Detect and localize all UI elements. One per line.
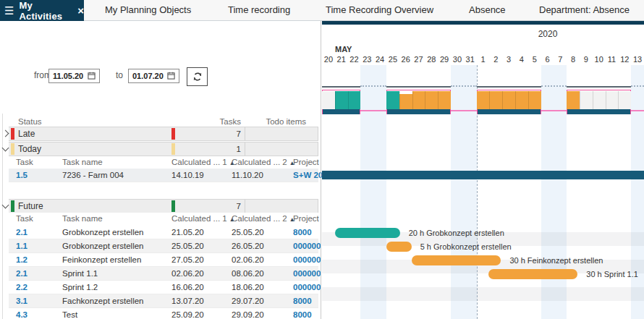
group-row-future[interactable]: Future7 [9, 199, 318, 213]
project-link[interactable]: 000000 [293, 255, 321, 264]
project-link[interactable]: 000000 [293, 269, 321, 278]
utilization-block[interactable] [477, 90, 541, 114]
expander-icon[interactable] [2, 130, 9, 137]
tab-my-activities[interactable]: ☰ My Activities × [0, 0, 84, 21]
table-row[interactable]: 1.2Feinkonzept erstellen27.05.2002.06.20… [9, 253, 318, 267]
task-number-link[interactable]: 3.1 [16, 297, 27, 305]
from-date-input[interactable] [48, 69, 100, 83]
task-name: 7236 - Farm 004 [62, 171, 124, 179]
task-number-link[interactable]: 1.2 [16, 255, 27, 264]
tab-my-planning-objects[interactable]: My Planning Objects [105, 0, 191, 21]
calculated-date-2: 02.06.20 [232, 255, 264, 264]
tab-time-recording-overview[interactable]: Time Recording Overview [326, 0, 433, 21]
to-label: to [116, 70, 123, 80]
utilization-day-fill [593, 91, 606, 109]
group-row-today[interactable]: Today1 [9, 142, 318, 156]
utilization-day-fill [322, 91, 335, 109]
refresh-icon [192, 71, 203, 82]
expander-icon[interactable] [2, 202, 9, 209]
weekend-column [541, 65, 567, 319]
gantt-row-stripe [322, 287, 644, 301]
task-number-link[interactable]: 2.1 [16, 228, 27, 237]
day-label: 22 [348, 55, 361, 64]
task-number-link[interactable]: 2.1 [16, 269, 27, 278]
cell-border [318, 200, 318, 213]
cell-border [318, 127, 318, 140]
project-link[interactable]: 8000 [293, 310, 312, 319]
gantt-task-bar[interactable] [412, 255, 501, 265]
utilization-block[interactable] [322, 90, 360, 114]
table-row[interactable]: 2.1Grobkonzept erstellen21.05.2025.05.20… [9, 226, 318, 239]
utilization-base-strip [478, 109, 541, 114]
task-number-link[interactable]: 2.2 [16, 283, 27, 292]
subheader-task-name: Task name [62, 214, 103, 223]
utilization-block[interactable] [567, 90, 631, 114]
expander-icon[interactable] [2, 145, 9, 152]
tab-time-recording[interactable]: Time recording [228, 0, 290, 21]
gantt-chart: 2020 MAY 2021222324252627282930311234567… [322, 0, 644, 319]
menu-icon[interactable]: ☰ [4, 4, 14, 17]
table-row[interactable]: 3.1Fachkonzept erstellen13.07.2029.07.20… [9, 294, 318, 308]
status-color-strip [11, 143, 14, 155]
utilization-day-fill [438, 91, 451, 109]
gantt-top-strip [322, 21, 644, 25]
utilization-day-fill [348, 91, 361, 109]
day-label: 1 [477, 55, 490, 64]
gantt-task-bar[interactable] [488, 269, 578, 279]
calculated-date-1: 25.05.20 [171, 242, 204, 250]
calculated-date-1: 27.05.20 [171, 255, 204, 264]
subheader-calculated-2[interactable]: Calculated ... 2▲ [232, 158, 295, 166]
task-number-link[interactable]: 1.5 [16, 171, 27, 179]
table-subheader-row: TaskTask nameCalculated ... 1▲Calculated… [9, 213, 318, 225]
gantt-bar-label: 5 h Grobkonzept erstellen [420, 242, 512, 251]
gantt-task-bar[interactable] [322, 171, 644, 179]
subheader-calculated-1[interactable]: Calculated ... 1▲ [171, 214, 235, 223]
table-row[interactable]: 4.3Test25.09.2029.09.208000 [9, 308, 318, 319]
panel-divider[interactable] [321, 21, 321, 319]
project-link[interactable]: 8000 [293, 228, 312, 237]
top-tab-bar: ☰ My Activities × My Planning ObjectsTim… [0, 0, 644, 21]
project-link[interactable]: 000000 [293, 283, 321, 292]
group-row-late[interactable]: Late7 [9, 127, 318, 141]
calculated-date-2: 11.10.20 [232, 171, 263, 179]
gantt-bar-label: 30 h Feinkonzept erstellen [509, 256, 603, 265]
day-label: 28 [425, 55, 438, 64]
day-label: 29 [438, 55, 451, 64]
gantt-task-bar[interactable] [386, 242, 412, 252]
day-label: 21 [335, 55, 348, 64]
tab-department-absence[interactable]: Department: Absence [539, 0, 630, 21]
utilization-base-strip [387, 109, 450, 114]
gantt-task-bar[interactable] [335, 228, 400, 238]
calculated-date-1: 14.10.19 [171, 171, 204, 179]
subheader-calculated-1[interactable]: Calculated ... 1▲ [171, 158, 235, 166]
table-row[interactable]: 1.1Grobkonzept erstellen25.05.2026.05.20… [9, 239, 318, 253]
tasks-color-strip [171, 128, 175, 140]
capacity-line [322, 86, 360, 88]
subheader-calculated-2[interactable]: Calculated ... 2▲ [232, 214, 295, 223]
my-activities-window: ☰ My Activities × My Planning ObjectsTim… [0, 0, 644, 319]
table-row[interactable]: 2.1Sprint 1.102.06.2008.06.20000000 [9, 267, 318, 281]
to-date-input[interactable] [128, 69, 179, 83]
utilization-day-fill [489, 91, 502, 109]
utilization-base-strip [567, 109, 630, 114]
calculated-date-1: 02.06.20 [171, 269, 204, 278]
table-row[interactable]: 1.57236 - Farm 00414.10.1911.10.20S+W 20… [9, 169, 318, 182]
table-row[interactable]: 2.2Sprint 1.216.06.2018.06.20000000 [9, 281, 318, 294]
utilization-block[interactable] [386, 90, 451, 114]
project-link[interactable]: 000000 [293, 242, 321, 250]
gantt-year-label: 2020 [526, 29, 569, 39]
subheader-project: Project [293, 214, 319, 223]
task-number-link[interactable]: 1.1 [16, 242, 27, 250]
capacity-dotted-line [360, 85, 386, 87]
cell-border [318, 143, 318, 156]
task-number-link[interactable]: 4.3 [16, 310, 27, 319]
utilization-day-fill [618, 91, 631, 109]
task-name: Sprint 1.1 [62, 269, 98, 278]
refresh-button[interactable] [187, 67, 208, 86]
day-label: 30 [451, 55, 464, 64]
cell-border [245, 127, 245, 140]
project-link[interactable]: 8000 [293, 297, 312, 305]
close-icon[interactable]: × [77, 4, 84, 17]
capacity-line [386, 86, 451, 88]
tab-absence[interactable]: Absence [469, 0, 506, 21]
